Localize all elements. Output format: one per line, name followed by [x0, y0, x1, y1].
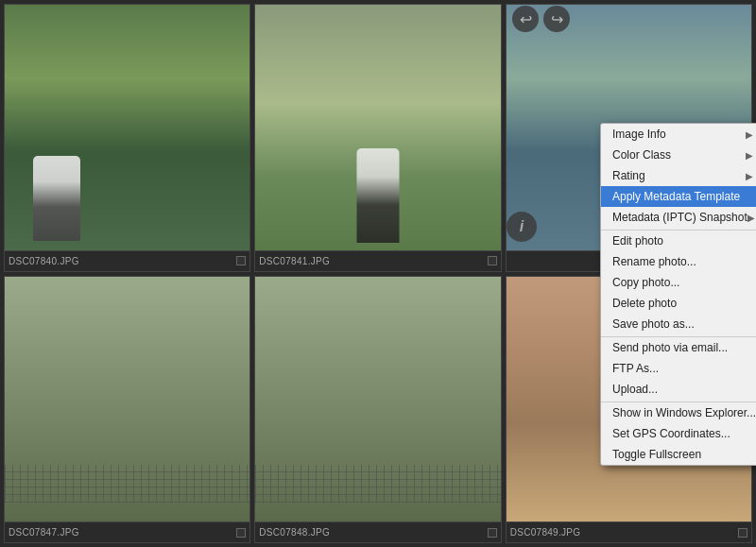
menu-label-metadata-iptc: Metadata (IPTC) Snapshot	[612, 211, 747, 224]
photo-filename-2: DSC07841.JPG	[259, 256, 330, 266]
photo-filename-6: DSC07849.JPG	[510, 527, 581, 538]
menu-label-upload: Upload...	[612, 383, 658, 396]
menu-arrow-color-class: ▶	[746, 150, 753, 161]
menu-arrow-rating: ▶	[746, 171, 753, 181]
photo-label-bar-2: DSC07841.JPG	[255, 250, 500, 271]
menu-label-apply-metadata: Apply Metadata Template	[612, 190, 740, 203]
menu-item-set-gps[interactable]: Set GPS Coordinates...	[601, 423, 756, 444]
menu-item-delete-photo[interactable]: Delete photo	[601, 293, 756, 314]
photo-label-bar-4: DSC07847.JPG	[5, 521, 249, 542]
menu-item-rating[interactable]: Rating ▶	[601, 165, 756, 186]
photo-cell-2[interactable]: DSC07841.JPG	[254, 4, 501, 272]
menu-label-ftp: FTP As...	[612, 362, 659, 375]
menu-label-copy-photo: Copy photo...	[612, 276, 679, 289]
menu-label-send-email: Send photo via email...	[612, 341, 728, 354]
photo-cell-4[interactable]: DSC07847.JPG	[4, 276, 250, 544]
menu-arrow-image-info: ▶	[746, 129, 753, 140]
photo-checkbox-6[interactable]	[738, 528, 747, 538]
menu-item-color-class[interactable]: Color Class ▶	[601, 145, 756, 165]
photo-thumbnail-4	[5, 277, 249, 522]
photo-label-bar-5: DSC07848.JPG	[255, 521, 500, 542]
menu-label-rating: Rating	[612, 169, 645, 182]
menu-item-copy-photo[interactable]: Copy photo...	[601, 272, 756, 293]
info-icon[interactable]: i	[507, 212, 537, 242]
menu-item-upload[interactable]: Upload...	[601, 379, 756, 400]
menu-item-show-explorer[interactable]: Show in Windows Explorer...	[601, 402, 756, 423]
menu-label-show-explorer: Show in Windows Explorer...	[612, 406, 756, 419]
menu-item-save-photo-as[interactable]: Save photo as...	[601, 314, 756, 334]
menu-label-delete-photo: Delete photo	[612, 297, 677, 310]
photo-filename-1: DSC07840.JPG	[9, 256, 79, 266]
photo-thumbnail-5	[255, 277, 500, 522]
redo-icon[interactable]: ↪	[543, 6, 570, 32]
undo-icon[interactable]: ↩	[512, 6, 539, 32]
menu-label-save-photo-as: Save photo as...	[612, 317, 695, 331]
photo-checkbox-2[interactable]	[488, 256, 497, 265]
menu-label-color-class: Color Class	[612, 148, 671, 162]
photo-thumbnail-1	[5, 5, 249, 250]
menu-label-set-gps: Set GPS Coordinates...	[612, 427, 730, 440]
menu-label-toggle-fullscreen: Toggle Fullscreen	[612, 448, 701, 461]
photo-cell-1[interactable]: DSC07840.JPG	[4, 4, 250, 272]
photo-label-bar-6: DSC07849.JPG	[507, 521, 751, 542]
context-menu: Image Info ▶ Color Class ▶ Rating ▶ Appl…	[600, 123, 756, 466]
photo-filename-4: DSC07847.JPG	[9, 527, 79, 538]
menu-arrow-metadata-iptc: ▶	[747, 213, 755, 223]
photo-checkbox-1[interactable]	[236, 256, 246, 265]
photo-label-bar-1: DSC07840.JPG	[5, 250, 249, 271]
menu-item-metadata-iptc[interactable]: Metadata (IPTC) Snapshot ▶	[601, 207, 756, 228]
menu-item-send-email[interactable]: Send photo via email...	[601, 336, 756, 358]
menu-item-image-info[interactable]: Image Info ▶	[601, 124, 756, 145]
photo-checkbox-5[interactable]	[488, 528, 497, 538]
menu-label-edit-photo: Edit photo	[612, 234, 663, 248]
menu-label-rename-photo: Rename photo...	[612, 255, 696, 268]
menu-item-ftp[interactable]: FTP As...	[601, 358, 756, 379]
menu-item-edit-photo[interactable]: Edit photo	[601, 230, 756, 251]
menu-item-rename-photo[interactable]: Rename photo...	[601, 251, 756, 272]
photo-filename-5: DSC07848.JPG	[259, 527, 330, 538]
photo-checkbox-4[interactable]	[236, 528, 246, 538]
photo-thumbnail-2	[255, 5, 500, 250]
menu-item-apply-metadata[interactable]: Apply Metadata Template	[601, 186, 756, 207]
menu-item-toggle-fullscreen[interactable]: Toggle Fullscreen	[601, 444, 756, 465]
menu-label-image-info: Image Info	[612, 128, 666, 141]
photo-cell-5[interactable]: DSC07848.JPG	[254, 276, 501, 544]
